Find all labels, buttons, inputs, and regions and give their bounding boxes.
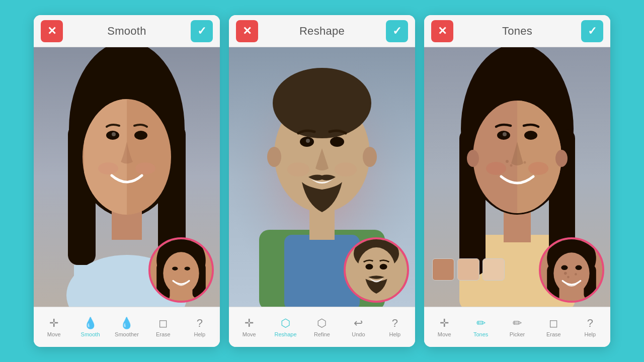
reshape-title: Reshape	[299, 25, 345, 38]
move-label: Move	[47, 331, 61, 337]
erase-icon: ◻	[158, 317, 168, 330]
tone-swatch-medium[interactable]	[457, 258, 479, 281]
tones-tool-erase[interactable]: ◻ Erase	[539, 317, 568, 337]
move-label: Move	[438, 331, 451, 337]
smooth-label: Smooth	[81, 331, 100, 337]
move-label: Move	[243, 331, 256, 337]
svg-point-67	[576, 265, 582, 270]
svg-point-31	[330, 137, 344, 147]
svg-point-56	[510, 164, 513, 167]
reshape-tool-reshape[interactable]: ⬡ Reshape	[272, 317, 300, 337]
refine-label: Refine	[314, 331, 330, 337]
help-icon: ?	[392, 317, 398, 330]
svg-point-51	[524, 131, 537, 140]
reshape-confirm-button[interactable]: ✓	[386, 20, 408, 42]
smoother-icon: 💧	[120, 317, 133, 330]
svg-point-11	[112, 132, 116, 136]
reshape-tool-help[interactable]: ? Help	[381, 317, 409, 337]
undo-icon: ↩	[354, 317, 363, 330]
tones-tool-move[interactable]: ✛ Move	[430, 317, 458, 337]
tone-swatches-container	[432, 258, 505, 281]
reshape-tool-refine[interactable]: ⬡ Refine	[308, 317, 336, 337]
smooth-toolbar: ✛ Move 💧 Smooth 💧 Smoother ◻ Erase ? Hel…	[34, 307, 220, 347]
tones-image-area[interactable]	[424, 47, 610, 307]
reshape-tool-move[interactable]: ✛ Move	[235, 317, 263, 337]
reshape-icon: ⬡	[281, 317, 290, 330]
svg-point-32	[306, 139, 310, 143]
cancel-icon: ✕	[438, 25, 447, 38]
cancel-icon: ✕	[47, 25, 56, 38]
cancel-icon: ✕	[243, 25, 252, 38]
erase-label: Erase	[546, 331, 561, 337]
tones-toolbar: ✛ Move ✏ Tones ✏ Picker ◻ Erase ? Help	[424, 307, 610, 347]
tone-swatch-dark[interactable]	[432, 258, 454, 281]
refine-icon: ⬡	[317, 317, 327, 330]
tones-tool-help[interactable]: ? Help	[576, 317, 604, 337]
move-icon: ✛	[49, 317, 58, 330]
reshape-cancel-button[interactable]: ✕	[236, 20, 258, 42]
tones-title: Tones	[502, 25, 532, 38]
svg-point-65	[575, 273, 577, 276]
svg-point-33	[287, 162, 309, 176]
confirm-icon: ✓	[588, 25, 597, 38]
svg-point-13	[135, 162, 155, 174]
tones-thumbnail	[539, 237, 604, 303]
tones-header: ✕ Tones ✓	[424, 15, 610, 47]
picker-icon: ✏	[513, 317, 522, 330]
tones-tool-picker[interactable]: ✏ Picker	[503, 317, 531, 337]
tones-panel: ✕ Tones ✓	[424, 15, 610, 347]
help-icon: ?	[587, 317, 593, 330]
tones-label: Tones	[473, 331, 488, 337]
tones-cancel-button[interactable]: ✕	[431, 20, 453, 42]
svg-point-54	[528, 162, 548, 175]
smooth-tool-smoother[interactable]: 💧 Smoother	[113, 317, 141, 337]
smooth-tool-erase[interactable]: ◻ Erase	[149, 317, 177, 337]
smooth-confirm-button[interactable]: ✓	[191, 20, 213, 42]
undo-label: Undo	[352, 331, 365, 337]
svg-point-48	[467, 150, 479, 167]
svg-point-20	[185, 266, 190, 270]
smooth-tool-move[interactable]: ✛ Move	[40, 317, 68, 337]
tones-tool-tones[interactable]: ✏ Tones	[467, 317, 495, 337]
svg-point-57	[524, 161, 526, 164]
smooth-image-area[interactable]	[34, 47, 220, 307]
svg-point-52	[503, 132, 507, 136]
svg-point-53	[486, 162, 506, 175]
svg-point-62	[553, 252, 589, 294]
svg-point-34	[335, 162, 357, 176]
svg-point-38	[365, 264, 373, 269]
tones-icon: ✏	[476, 317, 486, 330]
tones-confirm-button[interactable]: ✓	[581, 20, 603, 42]
svg-point-10	[134, 131, 147, 140]
help-label: Help	[584, 331, 596, 337]
smooth-icon: 💧	[84, 317, 97, 330]
smooth-title: Smooth	[107, 25, 146, 38]
picker-label: Picker	[510, 331, 525, 337]
erase-icon: ◻	[549, 317, 558, 330]
confirm-icon: ✓	[197, 25, 206, 38]
svg-point-28	[267, 147, 281, 167]
reshape-toolbar: ✛ Move ⬡ Reshape ⬡ Refine ↩ Undo ? Help	[229, 307, 415, 347]
reshape-label: Reshape	[275, 331, 297, 337]
tone-swatch-light[interactable]	[482, 258, 505, 281]
erase-label: Erase	[156, 331, 171, 337]
reshape-header: ✕ Reshape ✓	[229, 15, 415, 47]
help-label: Help	[194, 331, 205, 337]
reshape-thumbnail	[344, 237, 409, 303]
svg-point-12	[98, 162, 118, 174]
smooth-cancel-button[interactable]: ✕	[41, 20, 63, 42]
help-label: Help	[389, 331, 400, 337]
svg-point-39	[380, 264, 387, 269]
reshape-image-area[interactable]	[229, 47, 415, 307]
svg-point-66	[561, 265, 568, 270]
smooth-tool-help[interactable]: ? Help	[186, 317, 214, 337]
reshape-panel: ✕ Reshape ✓	[229, 15, 415, 347]
move-icon: ✛	[245, 317, 254, 330]
help-icon: ?	[197, 317, 203, 330]
smoother-label: Smoother	[115, 331, 139, 337]
svg-point-63	[564, 272, 567, 275]
smooth-tool-smooth[interactable]: 💧 Smooth	[76, 317, 105, 337]
svg-point-49	[555, 150, 568, 167]
smooth-panel: ✕ Smooth ✓	[34, 15, 220, 347]
reshape-tool-undo[interactable]: ↩ Undo	[344, 317, 372, 337]
